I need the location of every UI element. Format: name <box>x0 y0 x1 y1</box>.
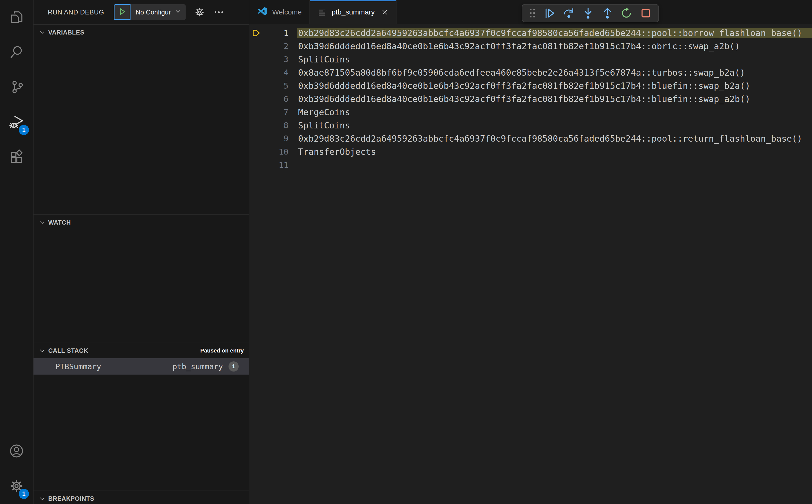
restart-button[interactable] <box>621 7 632 19</box>
stop-button[interactable] <box>640 7 652 19</box>
configuration-label: No Configur <box>136 8 171 16</box>
code-line[interactable]: 60xb39d6dddedd16ed8a40ce0b1e6b43c92acf0f… <box>249 92 812 106</box>
accounts-button[interactable] <box>0 434 33 469</box>
code-text: 0xb29d83c26cdd2a64959263abbcfc4a6937f0c9… <box>297 133 812 144</box>
files-icon <box>9 9 24 26</box>
code-line[interactable]: 20xb39d6dddedd16ed8a40ce0b1e6b43c92acf0f… <box>249 40 812 53</box>
code-line[interactable]: 11 <box>249 158 812 172</box>
tab-bar: Welcome ptb_summary <box>249 0 812 24</box>
search-icon <box>9 44 24 61</box>
sidebar-item-search[interactable] <box>0 35 33 70</box>
active-tab-indicator <box>310 0 396 1</box>
code-line[interactable]: 3SplitCoins <box>249 53 812 66</box>
variables-section: VARIABLES <box>34 24 249 214</box>
code-line[interactable]: 10xb29d83c26cdd2a64959263abbcfc4a6937f0c… <box>249 26 812 40</box>
code-text: MergeCoins <box>297 107 812 117</box>
code-text: 0xb39d6dddedd16ed8a40ce0b1e6b43c92acf0ff… <box>297 81 812 91</box>
stack-frame-row[interactable]: PTBSummary ptb_summary 1 <box>34 358 249 375</box>
tab-label: Welcome <box>272 8 302 16</box>
debug-current-line-arrow-icon[interactable] <box>249 28 264 38</box>
start-debugging-button[interactable] <box>114 4 130 20</box>
code-line[interactable]: 90xb29d83c26cdd2a64959263abbcfc4a6937f0c… <box>249 132 812 145</box>
watch-section-label: WATCH <box>48 219 71 226</box>
tab-welcome[interactable]: Welcome <box>249 0 310 24</box>
stack-frame-line-badge: 1 <box>228 361 239 372</box>
activity-bar: 1 <box>0 0 34 504</box>
code-text: SplitCoins <box>297 120 812 130</box>
account-icon <box>9 443 24 460</box>
step-over-button[interactable] <box>563 7 575 19</box>
line-number[interactable]: 3 <box>264 55 288 64</box>
code-line[interactable]: 40x8ae871505a80d8bf6bf9c05906cda6edfeea4… <box>249 66 812 79</box>
code-line[interactable]: 7MergeCoins <box>249 106 812 119</box>
list-icon <box>317 7 327 18</box>
launch-configuration-control: No Configur <box>114 4 186 20</box>
source-control-icon <box>9 79 24 96</box>
tab-ptb-summary[interactable]: ptb_summary <box>310 0 396 24</box>
code-line[interactable]: 50xb39d6dddedd16ed8a40ce0b1e6b43c92acf0f… <box>249 79 812 92</box>
line-number[interactable]: 2 <box>264 41 288 51</box>
chevron-down-icon <box>39 29 45 36</box>
line-number[interactable]: 11 <box>264 160 288 170</box>
code-line[interactable]: 8SplitCoins <box>249 119 812 132</box>
settings-button[interactable]: 1 <box>0 469 33 504</box>
chevron-down-icon <box>39 496 45 502</box>
close-icon[interactable] <box>381 8 388 16</box>
line-number[interactable]: 9 <box>264 134 288 143</box>
paused-status-label: Paused on entry <box>200 347 244 354</box>
step-into-button[interactable] <box>582 7 594 19</box>
chevron-down-icon <box>39 220 45 226</box>
sidebar-item-extensions[interactable] <box>0 140 33 175</box>
tab-label: ptb_summary <box>331 8 375 16</box>
line-number[interactable]: 7 <box>264 107 288 117</box>
code-text: 0xb39d6dddedd16ed8a40ce0b1e6b43c92acf0ff… <box>297 94 812 104</box>
code-text: 0xb29d83c26cdd2a64959263abbcfc4a6937f0c9… <box>297 28 812 38</box>
step-out-button[interactable] <box>602 7 613 19</box>
sidebar-title: RUN AND DEBUG <box>48 8 104 16</box>
stack-frame-name: PTBSummary <box>55 362 101 371</box>
line-number[interactable]: 4 <box>264 68 288 77</box>
more-actions-button[interactable] <box>213 7 224 18</box>
code-lines: 10xb29d83c26cdd2a64959263abbcfc4a6937f0c… <box>249 24 812 504</box>
chevron-down-icon <box>175 8 181 16</box>
debug-settings-gear-button[interactable] <box>194 7 205 18</box>
breakpoints-section: BREAKPOINTS <box>34 491 249 504</box>
sidebar-item-source-control[interactable] <box>0 70 33 105</box>
extensions-icon <box>9 149 24 166</box>
call-stack-section-label: CALL STACK <box>48 347 88 354</box>
chevron-down-icon <box>39 348 45 354</box>
line-number[interactable]: 8 <box>264 121 288 130</box>
breakpoints-section-label: BREAKPOINTS <box>48 495 94 502</box>
stack-frame-location: ptb_summary 1 <box>172 361 239 372</box>
continue-button[interactable] <box>544 7 556 19</box>
debug-badge: 1 <box>19 125 29 135</box>
run-and-debug-sidebar: RUN AND DEBUG No Configur <box>34 0 249 504</box>
variables-section-label: VARIABLES <box>48 29 84 36</box>
sidebar-item-run-and-debug[interactable]: 1 <box>0 105 33 140</box>
vscode-logo-icon <box>257 6 268 19</box>
play-icon <box>118 7 126 17</box>
watch-section-header[interactable]: WATCH <box>34 215 249 230</box>
sidebar-item-explorer[interactable] <box>0 0 33 35</box>
vscode-window: 1 <box>0 0 812 504</box>
settings-badge: 1 <box>19 489 29 499</box>
stack-frame-file: ptb_summary <box>172 362 223 371</box>
configuration-dropdown[interactable]: No Configur <box>130 4 186 20</box>
line-number[interactable]: 5 <box>264 81 288 91</box>
toolbar-drag-handle[interactable] <box>529 8 536 19</box>
code-line[interactable]: 10TransferObjects <box>249 145 812 158</box>
call-stack-section: CALL STACK Paused on entry PTBSummary pt… <box>34 343 249 491</box>
line-number[interactable]: 10 <box>264 147 288 157</box>
sidebar-header: RUN AND DEBUG No Configur <box>34 0 249 24</box>
code-text: 0x8ae871505a80d8bf6bf9c05906cda6edfeea46… <box>297 68 812 78</box>
call-stack-section-header[interactable]: CALL STACK Paused on entry <box>34 343 249 358</box>
line-number[interactable]: 6 <box>264 94 288 104</box>
variables-section-header[interactable]: VARIABLES <box>34 25 249 40</box>
activity-bar-spacer <box>0 175 33 434</box>
code-text: TransferObjects <box>297 147 812 157</box>
debug-toolbar <box>522 4 659 22</box>
breakpoints-section-header[interactable]: BREAKPOINTS <box>34 491 249 504</box>
line-number[interactable]: 1 <box>264 28 288 38</box>
editor-group: Welcome ptb_summary <box>249 0 812 504</box>
watch-section: WATCH <box>34 214 249 343</box>
